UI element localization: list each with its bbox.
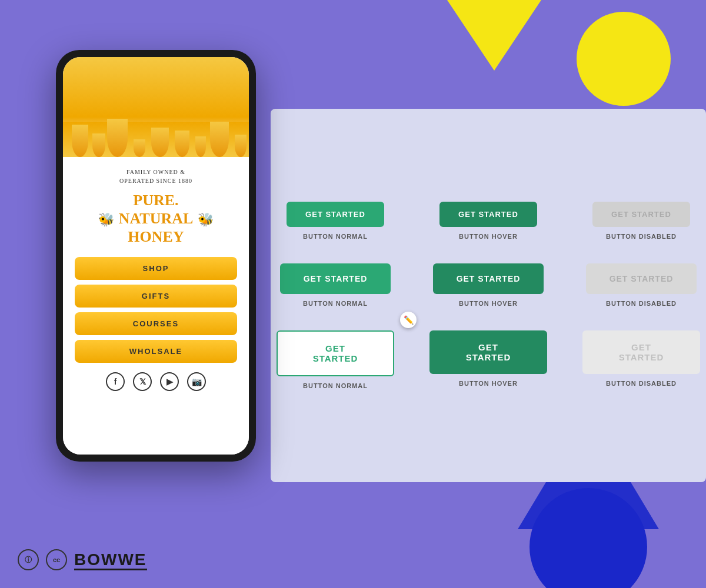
bee-row: 🐝 PURE. NATURAL HONEY 🐝 bbox=[98, 191, 214, 249]
social-icons-row: f 𝕏 ▶ 📷 bbox=[106, 372, 206, 391]
get-started-normal-md[interactable]: GET STARTED bbox=[280, 263, 391, 294]
honey-title: PURE. NATURAL HONEY bbox=[119, 191, 194, 246]
button-cell-hover-md: GET STARTED BUTTON HOVER bbox=[429, 263, 547, 307]
buttons-panel: GET STARTED BUTTON NORMAL GET STARTED BU… bbox=[271, 109, 706, 482]
get-started-disabled-sm: GET STARTED bbox=[592, 202, 690, 227]
bg-triangle-yellow bbox=[447, 0, 541, 71]
drip-5 bbox=[151, 128, 169, 157]
btn-label-normal-sm: BUTTON NORMAL bbox=[303, 233, 368, 240]
honey-drip-container bbox=[63, 122, 249, 157]
honey-title-block: PURE. NATURAL HONEY bbox=[119, 191, 194, 249]
cc-icon: cc bbox=[46, 549, 67, 570]
instagram-icon[interactable]: 📷 bbox=[187, 372, 206, 391]
phone-screen: FAMILY OWNED & OPERATED SINCE 1880 🐝 PUR… bbox=[63, 57, 249, 455]
button-cell-hover-sm: GET STARTED BUTTON HOVER bbox=[429, 202, 547, 240]
footer: ⓘ cc BOWWE bbox=[18, 549, 147, 570]
get-started-disabled-lg: GET STARTED bbox=[582, 330, 700, 374]
buttons-grid: GET STARTED BUTTON NORMAL GET STARTED BU… bbox=[253, 178, 706, 413]
drip-9 bbox=[235, 135, 247, 157]
get-started-normal-sm[interactable]: GET STARTED bbox=[287, 202, 384, 227]
drip-1 bbox=[72, 125, 88, 157]
btn-label-hover-md: BUTTON HOVER bbox=[459, 300, 518, 307]
btn-label-hover-lg: BUTTON HOVER bbox=[459, 380, 518, 387]
screen-content: FAMILY OWNED & OPERATED SINCE 1880 🐝 PUR… bbox=[63, 157, 249, 455]
phone-body: FAMILY OWNED & OPERATED SINCE 1880 🐝 PUR… bbox=[56, 50, 256, 462]
button-cell-disabled-md: GET STARTED BUTTON DISABLED bbox=[582, 263, 700, 307]
get-started-disabled-md: GET STARTED bbox=[586, 263, 697, 294]
btn-label-normal-lg: BUTTON NORMAL bbox=[303, 382, 368, 389]
bg-circle-yellow bbox=[577, 12, 671, 106]
nav-btn-shop[interactable]: SHOP bbox=[75, 257, 237, 280]
btn-label-hover-sm: BUTTON HOVER bbox=[459, 233, 518, 240]
drip-4 bbox=[134, 139, 145, 157]
btn-label-disabled-lg: BUTTON DISABLED bbox=[606, 380, 677, 387]
get-started-hover-lg[interactable]: GET STARTED bbox=[429, 330, 547, 374]
bowwe-logo: BOWWE bbox=[74, 550, 147, 569]
get-started-hover-sm[interactable]: GET STARTED bbox=[439, 202, 537, 227]
honey-top-section bbox=[63, 57, 249, 157]
drip-6 bbox=[175, 131, 189, 157]
drip-3 bbox=[107, 119, 128, 157]
info-icon: ⓘ bbox=[18, 549, 39, 570]
bee-left-icon: 🐝 bbox=[98, 212, 114, 228]
button-cell-normal-md: GET STARTED BUTTON NORMAL bbox=[277, 263, 394, 307]
button-cell-disabled-sm: GET STARTED BUTTON DISABLED bbox=[582, 202, 700, 240]
bee-right-icon: 🐝 bbox=[198, 212, 214, 228]
edit-cursor-indicator bbox=[400, 312, 417, 328]
btn-label-normal-md: BUTTON NORMAL bbox=[303, 300, 368, 307]
phone-nav-buttons: SHOP GIFTS COURSES WHOLSALE bbox=[75, 257, 237, 363]
button-cell-hover-lg: GET STARTED BUTTON HOVER bbox=[429, 330, 547, 389]
family-tagline: FAMILY OWNED & OPERATED SINCE 1880 bbox=[119, 168, 192, 185]
btn-label-disabled-md: BUTTON DISABLED bbox=[606, 300, 677, 307]
nav-btn-wholesale[interactable]: WHOLSALE bbox=[75, 340, 237, 363]
button-cell-disabled-lg: GET STARTED BUTTON DISABLED bbox=[582, 330, 700, 389]
get-started-normal-lg[interactable]: GET STARTED bbox=[277, 330, 394, 376]
nav-btn-courses[interactable]: COURSES bbox=[75, 312, 237, 335]
drip-8 bbox=[210, 122, 229, 157]
nav-btn-gifts[interactable]: GIFTS bbox=[75, 285, 237, 308]
get-started-hover-md[interactable]: GET STARTED bbox=[433, 263, 544, 294]
button-cell-normal-sm: GET STARTED BUTTON NORMAL bbox=[277, 202, 394, 240]
drip-2 bbox=[92, 133, 105, 157]
youtube-icon[interactable]: ▶ bbox=[160, 372, 179, 391]
facebook-icon[interactable]: f bbox=[106, 372, 125, 391]
phone-mockup: FAMILY OWNED & OPERATED SINCE 1880 🐝 PUR… bbox=[56, 50, 256, 462]
button-cell-normal-lg: GET STARTED BUTTON NORMAL bbox=[277, 330, 394, 389]
drip-7 bbox=[195, 136, 206, 157]
btn-label-disabled-sm: BUTTON DISABLED bbox=[606, 233, 677, 240]
twitter-icon[interactable]: 𝕏 bbox=[133, 372, 152, 391]
